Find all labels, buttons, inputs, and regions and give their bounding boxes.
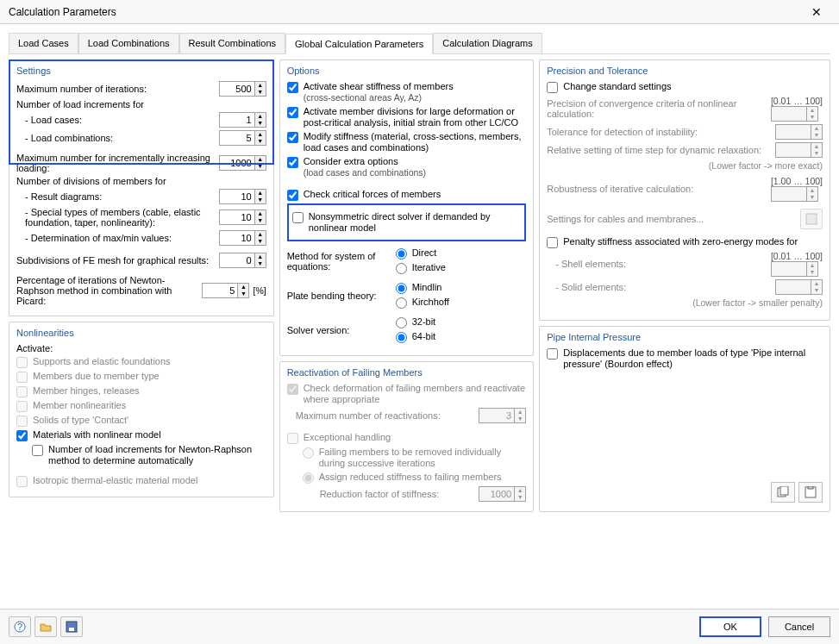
hinges-check: [16, 386, 28, 397]
extra-opts-check[interactable]: [287, 157, 298, 168]
check-def-label: Check deformation of failing members and…: [304, 383, 527, 405]
solids-label: Solids of type 'Contact': [33, 415, 128, 426]
displacements-label: Displacements due to member loads of typ…: [563, 347, 823, 370]
conv-label: Precision of convergence criteria of non…: [547, 98, 767, 119]
assign-reduced-radio: [303, 472, 314, 484]
tab-result-combinations[interactable]: Result Combinations: [179, 33, 286, 53]
svg-text:?: ?: [17, 622, 22, 632]
assign-reduced-label: Assign reduced stiffness to failing memb…: [319, 472, 502, 483]
materials-check[interactable]: [16, 430, 28, 441]
precision-title: Precision and Tolerance: [547, 66, 823, 76]
penalty-label: Penalty stiffness associated with zero-e…: [563, 236, 798, 247]
extra-opts-sub: (load cases and combinations): [304, 167, 426, 178]
ok-button[interactable]: OK: [699, 616, 761, 637]
options-group: Options Activate shear stiffness of memb…: [279, 59, 535, 356]
paste-settings-button[interactable]: [798, 482, 823, 503]
instab-label: Tolerance for detection of instability:: [547, 127, 772, 137]
penalty-check[interactable]: [547, 237, 558, 248]
supports-check: [16, 357, 28, 368]
solid-input: ▲▼: [775, 279, 823, 295]
solid-label: - Solid elements:: [555, 282, 772, 292]
nr-auto-check[interactable]: [32, 445, 43, 456]
bending-kirchhoff-radio[interactable]: [396, 297, 407, 309]
member-nl-check: [16, 401, 28, 412]
displacements-check[interactable]: [547, 348, 558, 360]
load-combos-input[interactable]: ▲▼: [219, 130, 266, 146]
pipe-group: Pipe Internal Pressure Displacements due…: [539, 326, 830, 512]
range1: [0.01 … 100]: [771, 96, 823, 106]
reduction-input: ▲▼: [479, 486, 526, 502]
method-iter-radio[interactable]: [396, 263, 407, 274]
method-label: Method for system of equations:: [287, 251, 391, 272]
tab-load-cases[interactable]: Load Cases: [9, 33, 78, 53]
max-incr-label: Maximum number for incrementally increas…: [16, 153, 216, 173]
members-type-label: Members due to member type: [33, 371, 160, 382]
load-cases-input[interactable]: ▲▼: [219, 112, 266, 128]
gear-doc-icon: [805, 213, 817, 225]
fe-sub-label: Subdivisions of FE mesh for graphical re…: [16, 255, 216, 266]
nr-picard-label: Percentage of iterations of Newton-Raphs…: [16, 275, 198, 306]
save-button[interactable]: [60, 616, 83, 637]
materials-label: Materials with nonlinear model: [33, 429, 161, 441]
max-iterations-input[interactable]: ▲▼: [219, 81, 266, 97]
timestep-label: Relative setting of time step for dynami…: [547, 145, 772, 155]
bending-label: Plate bending theory:: [287, 291, 391, 301]
fe-sub-input[interactable]: ▲▼: [219, 253, 266, 268]
note2: (Lower factor -> smaller penalty): [547, 297, 823, 308]
open-button[interactable]: [34, 616, 57, 637]
solver-32-label: 32-bit: [412, 316, 436, 328]
tab-calc-diagrams[interactable]: Calculation Diagrams: [433, 33, 542, 53]
help-icon: ?: [14, 621, 26, 633]
help-button[interactable]: ?: [9, 616, 31, 637]
copy-settings-button[interactable]: [771, 482, 795, 503]
max-iterations-label: Maximum number of iterations:: [16, 84, 216, 94]
method-direct-label: Direct: [412, 247, 437, 259]
iso-thermal-check: [16, 476, 28, 487]
solver-64-radio[interactable]: [396, 332, 407, 343]
bending-mindlin-radio[interactable]: [396, 283, 407, 294]
change-std-check[interactable]: [547, 82, 558, 93]
reduction-label: Reduction factor of stiffness:: [320, 489, 476, 499]
member-nl-label: Member nonlinearities: [33, 400, 126, 411]
range3: [0.01 … 100]: [771, 251, 823, 261]
percent-unit: [%]: [253, 285, 266, 296]
nonsym-solver-check[interactable]: [292, 212, 304, 223]
div-result-input[interactable]: ▲▼: [219, 189, 266, 204]
iso-thermal-label: Isotropic thermal-elastic material model: [33, 475, 197, 486]
modify-stiff-check[interactable]: [287, 132, 298, 143]
extra-opts-label: Consider extra options: [304, 156, 398, 166]
tab-bar: Load Cases Load Combinations Result Comb…: [0, 24, 839, 53]
tab-global-calc-params[interactable]: Global Calculation Parameters: [285, 34, 433, 54]
nonsym-solver-label: Nonsymmetric direct solver if demanded b…: [309, 211, 522, 234]
reactivation-group: Reactivation of Failing Members Check de…: [279, 361, 535, 512]
cancel-button[interactable]: Cancel: [768, 616, 830, 637]
tab-load-combinations[interactable]: Load Combinations: [78, 33, 179, 53]
nr-picard-input[interactable]: ▲▼: [202, 283, 249, 298]
removed-label: Failing members to be removed individual…: [319, 447, 527, 469]
solver-32-radio[interactable]: [396, 317, 407, 328]
max-incr-input[interactable]: ▲▼: [219, 155, 266, 171]
method-direct-radio[interactable]: [396, 248, 407, 259]
disk-icon: [66, 621, 78, 633]
shell-input: ▲▼: [771, 261, 823, 277]
supports-label: Supports and elastic foundations: [33, 356, 171, 367]
check-critical-check[interactable]: [287, 190, 298, 201]
svg-rect-8: [69, 628, 74, 631]
load-cases-label: - Load cases:: [25, 115, 216, 125]
div-special-label: - Special types of members (cable, elast…: [25, 207, 216, 228]
member-div-check[interactable]: [287, 107, 298, 118]
robust-input: ▲▼: [771, 186, 823, 202]
svg-rect-0: [806, 214, 817, 224]
member-div-label: Activate member divisions for large defo…: [304, 106, 527, 128]
cables-settings-button: [800, 209, 823, 229]
shell-label: - Shell elements:: [555, 259, 767, 269]
cables-label: Settings for cables and membranes...: [547, 214, 797, 224]
div-special-input[interactable]: ▲▼: [219, 209, 266, 225]
note1: (Lower factor -> more exact): [547, 160, 823, 171]
nonlin-title: Nonlinearities: [16, 328, 266, 338]
hinges-label: Member hinges, releases: [33, 385, 140, 397]
div-maxmin-input[interactable]: ▲▼: [219, 230, 266, 246]
shear-stiff-check[interactable]: [287, 82, 298, 93]
close-button[interactable]: ✕: [801, 3, 832, 22]
modify-stiff-label: Modify stiffness (material, cross-sectio…: [304, 131, 527, 153]
